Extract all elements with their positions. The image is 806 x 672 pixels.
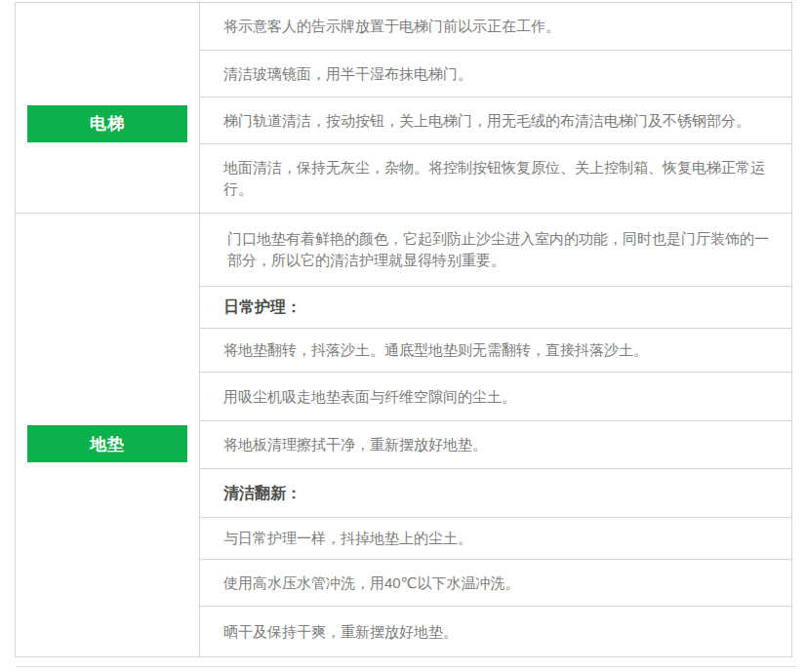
step-text: 地面清洁，保持无灰尘，杂物。将控制按钮恢复原位、关上控制箱、恢复电梯正常运行。	[223, 157, 782, 200]
step-row: 晒干及保持干爽，重新摆放好地垫。	[200, 607, 791, 656]
step-text: 与日常护理一样，抖掉地垫上的尘土。	[223, 528, 472, 549]
section-elevator: 电梯 将示意客人的告示牌放置于电梯门前以示正在工作。 清洁玻璃镜面，用半干湿布抹…	[16, 3, 791, 214]
subheading-row-refresh-clean: 清洁翻新：	[200, 469, 791, 518]
subheading-text: 清洁翻新：	[223, 483, 302, 504]
step-row: 清洁玻璃镜面，用半干湿布抹电梯门。	[200, 51, 791, 98]
step-text: 晒干及保持干爽，重新摆放好地垫。	[223, 621, 458, 643]
step-row: 将地垫翻转，抖落沙土。通底型地垫则无需翻转，直接抖落沙土。	[200, 329, 791, 373]
subheading-row-daily-care: 日常护理：	[200, 287, 791, 329]
step-text: 将地板清理擦拭干净，重新摆放好地垫。	[223, 434, 487, 455]
section-label-cell-elevator: 电梯	[16, 3, 200, 213]
floor-mat-steps: 门口地垫有着鲜艳的颜色，它起到防止沙尘进入室内的功能，同时也是门厅装饰的一部分，…	[200, 214, 791, 656]
step-row: 使用高水压水管冲洗，用40℃以下水温冲洗。	[200, 560, 791, 607]
step-text: 使用高水压水管冲洗，用40℃以下水温冲洗。	[223, 573, 520, 594]
floor-mat-label-badge: 地垫	[27, 425, 187, 462]
step-row: 将示意客人的告示牌放置于电梯门前以示正在工作。	[200, 3, 791, 51]
step-row: 将地板清理擦拭干净，重新摆放好地垫。	[200, 421, 791, 469]
step-row: 地面清洁，保持无灰尘，杂物。将控制按钮恢复原位、关上控制箱、恢复电梯正常运行。	[200, 144, 791, 213]
step-text: 清洁玻璃镜面，用半干湿布抹电梯门。	[223, 63, 472, 85]
intro-row: 门口地垫有着鲜艳的颜色，它起到防止沙尘进入室内的功能，同时也是门厅装饰的一部分，…	[200, 214, 791, 287]
elevator-steps: 将示意客人的告示牌放置于电梯门前以示正在工作。 清洁玻璃镜面，用半干湿布抹电梯门…	[200, 3, 791, 213]
step-row: 用吸尘机吸走地垫表面与纤维空隙间的尘土。	[200, 373, 791, 421]
step-row: 与日常护理一样，抖掉地垫上的尘土。	[200, 518, 791, 560]
subheading-text: 日常护理：	[223, 296, 302, 318]
section-label-cell-floor-mat: 地垫	[16, 214, 200, 656]
step-text: 门口地垫有着鲜艳的颜色，它起到防止沙尘进入室内的功能，同时也是门厅装饰的一部分，…	[227, 228, 782, 271]
step-text: 将示意客人的告示牌放置于电梯门前以示正在工作。	[223, 16, 560, 37]
cleaning-procedures-table: 电梯 将示意客人的告示牌放置于电梯门前以示正在工作。 清洁玻璃镜面，用半干湿布抹…	[15, 2, 792, 657]
step-text: 将地垫翻转，抖落沙土。通底型地垫则无需翻转，直接抖落沙土。	[223, 339, 648, 361]
section-floor-mat: 地垫 门口地垫有着鲜艳的颜色，它起到防止沙尘进入室内的功能，同时也是门厅装饰的一…	[16, 214, 791, 656]
step-text: 用吸尘机吸走地垫表面与纤维空隙间的尘土。	[223, 386, 516, 408]
step-row: 梯门轨道清洁，按动按钮，关上电梯门，用无毛绒的布清洁电梯门及不锈钢部分。	[200, 98, 791, 144]
next-section-top-rule	[15, 666, 796, 667]
elevator-label-badge: 电梯	[27, 105, 187, 142]
step-text: 梯门轨道清洁，按动按钮，关上电梯门，用无毛绒的布清洁电梯门及不锈钢部分。	[223, 110, 750, 132]
